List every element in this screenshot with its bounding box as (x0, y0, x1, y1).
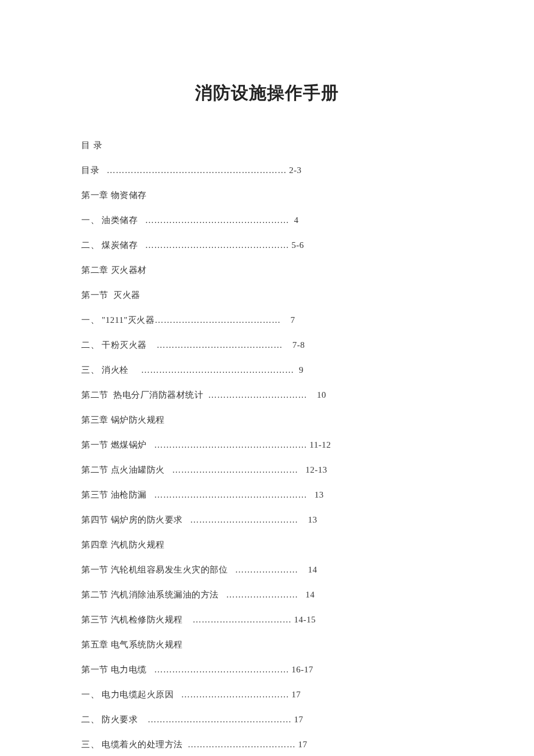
document-title: 消防设施操作手册 (81, 81, 453, 105)
toc-entry: 三、 电缆着火的处理方法 ……………………………… 17 (81, 739, 453, 750)
toc-heading: 目 录 (81, 140, 453, 151)
toc-entry: 二、 煤炭储存 ………………………………………… 5-6 (81, 240, 453, 251)
toc-chapter: 第四章 汽机防火规程 (81, 539, 453, 550)
toc-entry: 一、 "1211"灭火器…………………………………… 7 (81, 315, 453, 326)
toc-entry: 二、 干粉灭火器 …………………………………… 7-8 (81, 340, 453, 351)
toc-entry: 第三节 汽机检修防火规程 …………………………… 14-15 (81, 614, 453, 625)
toc-entry: 第三节 油枪防漏 …………………………………………… 13 (81, 489, 453, 501)
toc-entry: 第二节 热电分厂消防器材统计 …………………………… 10 (81, 390, 453, 401)
toc-entry: 二、 防火要求 ………………………………………… 17 (81, 714, 453, 725)
toc-chapter: 第一章 物资储存 (81, 190, 453, 201)
toc-chapter: 第五章 电气系统防火规程 (81, 639, 453, 650)
toc-entry: 第二节 点火油罐防火 …………………………………… 12-13 (81, 465, 453, 476)
toc-entry: 三、 消火栓 …………………………………………… 9 (81, 365, 453, 376)
toc-entry: 第二节 汽机消除油系统漏油的方法 …………………… 14 (81, 589, 453, 600)
toc-entry: 目录 …………………………………………………… 2-3 (81, 165, 453, 176)
toc-chapter: 第二章 灭火器材 (81, 265, 453, 276)
toc-chapter: 第三章 锅炉防火规程 (81, 415, 453, 426)
toc-entry: 第一节 汽轮机组容易发生火灾的部位 ………………… 14 (81, 564, 453, 575)
toc-section: 第一节 灭火器 (81, 290, 453, 301)
toc-entry: 第一节 燃煤锅炉 …………………………………………… 11-12 (81, 440, 453, 451)
toc-entry: 第四节 锅炉房的防火要求 ……………………………… 13 (81, 514, 453, 525)
toc-entry: 第一节 电力电缆 ……………………………………… 16-17 (81, 664, 453, 675)
toc-entry: 一、 油类储存 ………………………………………… 4 (81, 215, 453, 226)
toc-entry: 一、 电力电缆起火原因 ……………………………… 17 (81, 689, 453, 700)
